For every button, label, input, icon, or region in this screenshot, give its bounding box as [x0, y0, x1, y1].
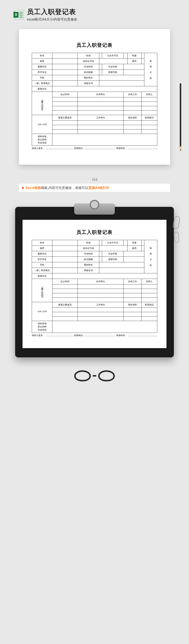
label-job: 任何工作 [124, 92, 142, 97]
form-title: 员工入职登记表 [32, 42, 157, 48]
label-signer: 填表人签名： [32, 147, 45, 150]
label-mobile: 手机 [32, 75, 52, 81]
excel-icon [15, 10, 24, 19]
info-banner: Excel表格模板,内容可任意修改，表格可以直接A4纸打印 [19, 184, 170, 192]
label-political: 政治面貌 [78, 70, 99, 75]
label-school: 毕业学校 [102, 64, 124, 70]
family-side: 与本人关系 [32, 115, 52, 134]
glasses-decoration [74, 370, 115, 382]
label-applypost: 应聘岗位: [74, 147, 84, 150]
pencil-decoration [180, 83, 181, 146]
label-training: 何时何地 受过何种 专业培训 [32, 134, 52, 146]
label-major: 所学专业 [32, 70, 52, 75]
label-gender: 性别 [78, 53, 99, 58]
value-gender [99, 53, 102, 58]
label-hobby: 爱好特长 [78, 75, 99, 81]
work-history-side: 主要工作经历 [32, 92, 52, 115]
document-preview-2: 员工入职登记表 姓名 性别 出生年月日 民族 贴 照 片 处 籍贯 身份 [22, 220, 166, 348]
page-subtitle: excel格式/A4大小/内容可任意修改 [27, 17, 77, 22]
paperclip-icon [172, 216, 180, 230]
header-text: 员工入职登记表 excel格式/A4大小/内容可任意修改 [27, 8, 77, 22]
registration-form: 姓名 性别 出生年月日 民族 贴 照 片 处 籍贯 身份证号码 婚否 [32, 240, 157, 333]
label-marital: 婚否 [127, 58, 142, 64]
page-title: 员工入职登记表 [27, 8, 77, 16]
form-title: 员工入职登记表 [32, 229, 157, 236]
clipboard-clip-icon [74, 204, 115, 214]
label-filldate: 填表时间： [116, 147, 127, 150]
value-birth [124, 53, 128, 58]
label-homephone: （家）联系电话 [32, 81, 52, 86]
banner-bullet-icon [22, 187, 24, 189]
scroll-arrows: ↓↓↓ [0, 176, 189, 182]
label-salary: 期望月薪 [102, 70, 124, 75]
paperclip-icon [174, 232, 179, 243]
value-name [52, 53, 78, 58]
label-origin: 籍贯 [32, 58, 52, 64]
document-preview-1: 员工入职登记表 姓名 性别 出生年月日 民族 贴 照 片 处 [19, 29, 170, 165]
page-header: 员工入职登记表 excel格式/A4大小/内容可任意修改 [0, 8, 189, 25]
label-ethnicity: 民族 [127, 53, 142, 58]
label-address: 家庭住址 [32, 86, 52, 92]
label-contact: 联系电话 [142, 115, 157, 120]
label-cert: 资格证书 [78, 81, 99, 86]
label-position: 现任何职 [124, 115, 142, 120]
label-company: 在何单位 [78, 92, 124, 97]
label-name: 姓名 [32, 53, 52, 58]
banner-text: 模板,内容可任意修改，表格可以 [41, 186, 88, 190]
banner-highlight-1: Excel表格 [26, 186, 41, 190]
label-id: 身份证号码 [78, 58, 99, 64]
photo-area: 贴 照 片 处 [144, 53, 157, 86]
label-member: 家庭主要成员 [52, 115, 78, 120]
label-period: 起止时间 [52, 92, 78, 97]
clipboard-preview: 员工入职登记表 姓名 性别 出生年月日 民族 贴 照 片 处 籍贯 身份 [15, 207, 174, 357]
label-education: 最高学历 [32, 64, 52, 70]
registration-form: 姓名 性别 出生年月日 民族 贴 照 片 处 籍贯 身份证号码 [32, 53, 157, 146]
label-birth: 出生年月日 [102, 53, 124, 58]
form-footer: 填表人签名： 应聘岗位: 填表时间： [32, 147, 157, 150]
label-reference: 证明人 [142, 92, 157, 97]
form-footer: 填表人签名： 应聘岗位: 填表时间： [32, 334, 157, 337]
label-gradtime: 毕业时间 [78, 64, 99, 70]
label-workunit: 工作单位 [78, 115, 124, 120]
banner-highlight-2: 直接A4纸打印 [88, 186, 109, 190]
value-ethnicity [142, 53, 144, 58]
